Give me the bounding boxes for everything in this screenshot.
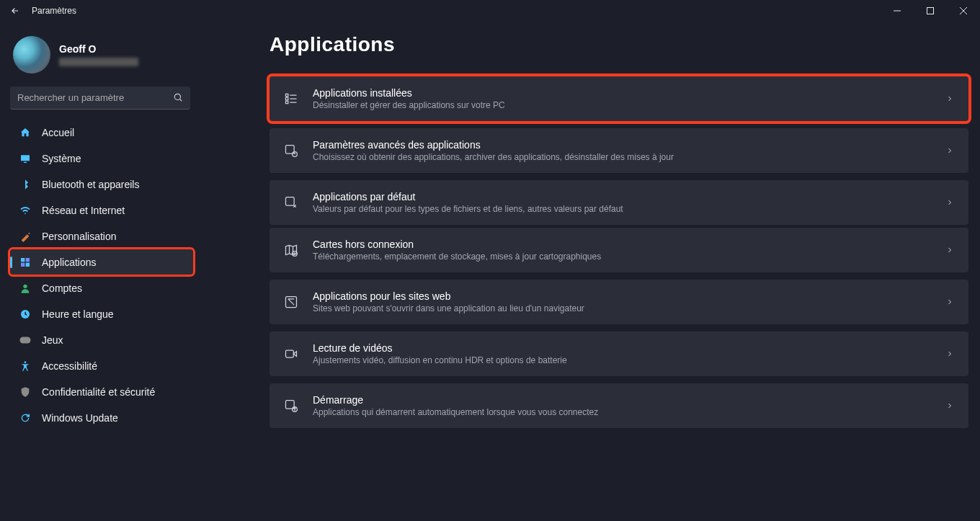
nav-label: Accueil (42, 127, 74, 138)
chevron-right-icon (945, 401, 954, 410)
card-desc: Téléchargements, emplacement de stockage… (313, 251, 601, 262)
apps-icon (19, 256, 32, 269)
nav-label: Réseau et Internet (42, 205, 125, 216)
nav-label: Confidentialité et sécurité (42, 386, 155, 398)
nav-label: Bluetooth et appareils (42, 179, 139, 190)
svg-point-8 (23, 284, 27, 288)
profile-block[interactable]: Geoff O (10, 33, 197, 86)
nav-personalization[interactable]: Personnalisation (10, 223, 193, 249)
advanced-settings-icon (282, 142, 300, 159)
svg-rect-12 (286, 94, 288, 96)
nav-home[interactable]: Accueil (10, 120, 193, 145)
card-title: Applications par défaut (313, 191, 623, 202)
card-desc: Ajustements vidéo, diffusion en continu … (313, 355, 567, 365)
svg-rect-20 (286, 350, 294, 357)
maps-icon (282, 241, 300, 259)
card-video-playback[interactable]: Lecture de vidéosAjustements vidéo, diff… (270, 331, 968, 376)
chevron-right-icon (945, 246, 954, 254)
card-desc: Choisissez où obtenir des applications, … (313, 152, 674, 162)
card-title: Cartes hors connexion (313, 239, 601, 250)
card-installed-apps[interactable]: Applications installéesDésinstaller et g… (270, 76, 968, 121)
chevron-right-icon (945, 349, 954, 358)
svg-rect-14 (286, 101, 288, 103)
network-icon (19, 204, 32, 217)
nav-label: Accessibilité (42, 360, 97, 372)
nav-network[interactable]: Réseau et Internet (10, 197, 193, 223)
card-desc: Sites web pouvant s'ouvrir dans une appl… (313, 303, 584, 313)
nav-system[interactable]: Système (10, 146, 193, 171)
svg-rect-13 (286, 97, 288, 99)
privacy-icon (19, 386, 32, 398)
accounts-icon (19, 282, 32, 295)
minimize-button[interactable] (881, 0, 914, 22)
svg-point-11 (24, 361, 27, 363)
svg-rect-6 (21, 262, 24, 266)
svg-rect-4 (21, 258, 24, 262)
nav-label: Comptes (42, 282, 82, 294)
svg-rect-0 (927, 8, 934, 14)
websites-icon (282, 293, 300, 311)
profile-name: Geoff O (59, 43, 138, 55)
card-default-apps[interactable]: Applications par défautValeurs par défau… (270, 180, 968, 225)
card-desc: Désinstaller et gérer des applications s… (313, 100, 505, 110)
svg-point-1 (174, 94, 180, 99)
nav-bluetooth[interactable]: Bluetooth et appareils (10, 172, 193, 197)
nav-apps[interactable]: Applications (10, 249, 193, 275)
nav-label: Windows Update (42, 412, 118, 424)
system-icon (19, 152, 32, 165)
search-icon (173, 92, 183, 102)
home-icon (19, 126, 32, 139)
card-apps-for-websites[interactable]: Applications pour les sites webSites web… (270, 280, 968, 324)
nav-label: Jeux (42, 334, 63, 346)
nav-update[interactable]: Windows Update (10, 405, 193, 430)
nav-time[interactable]: Heure et langue (10, 301, 193, 326)
avatar (13, 36, 50, 74)
installed-apps-icon (282, 90, 300, 107)
svg-rect-5 (26, 258, 30, 262)
nav-label: Système (42, 153, 81, 164)
update-icon (19, 411, 32, 424)
card-desc: Applications qui démarrent automatiqueme… (313, 407, 598, 417)
video-icon (282, 345, 300, 362)
card-title: Paramètres avancés des applications (313, 139, 674, 151)
chevron-right-icon (945, 94, 954, 103)
card-desc: Valeurs par défaut pour les types de fic… (313, 204, 623, 214)
close-button[interactable] (947, 0, 980, 22)
chevron-right-icon (945, 198, 954, 207)
back-button[interactable] (4, 0, 26, 22)
bluetooth-icon (19, 178, 32, 191)
card-advanced-app-settings[interactable]: Paramètres avancés des applicationsChois… (270, 128, 968, 173)
gaming-icon (19, 334, 32, 347)
nav-label: Heure et langue (42, 308, 114, 320)
window-title: Paramètres (32, 6, 76, 16)
nav-label: Applications (42, 257, 97, 268)
maximize-button[interactable] (914, 0, 947, 22)
default-apps-icon (282, 194, 300, 211)
personalization-icon (19, 230, 32, 243)
nav-privacy[interactable]: Confidentialité et sécurité (10, 379, 193, 404)
search-input[interactable] (10, 86, 190, 110)
svg-rect-2 (21, 155, 30, 161)
card-title: Démarrage (313, 394, 598, 406)
nav-label: Personnalisation (42, 231, 117, 242)
startup-icon (282, 397, 300, 414)
svg-rect-7 (26, 262, 30, 266)
svg-rect-17 (286, 197, 295, 206)
card-startup[interactable]: DémarrageApplications qui démarrent auto… (270, 383, 968, 428)
accessibility-icon (19, 360, 32, 373)
nav-accessibility[interactable]: Accessibilité (10, 353, 193, 378)
nav-accounts[interactable]: Comptes (10, 275, 193, 300)
card-title: Applications pour les sites web (313, 290, 584, 302)
svg-rect-10 (20, 337, 31, 343)
nav-gaming[interactable]: Jeux (10, 327, 193, 352)
card-offline-maps[interactable]: Cartes hors connexionTéléchargements, em… (270, 228, 968, 272)
profile-email-blurred (59, 58, 138, 66)
chevron-right-icon (945, 298, 954, 306)
card-title: Applications installées (313, 87, 505, 99)
page-title: Applications (270, 33, 968, 56)
svg-rect-3 (24, 161, 27, 162)
time-icon (19, 308, 32, 321)
card-title: Lecture de vidéos (313, 342, 567, 354)
chevron-right-icon (945, 146, 954, 155)
